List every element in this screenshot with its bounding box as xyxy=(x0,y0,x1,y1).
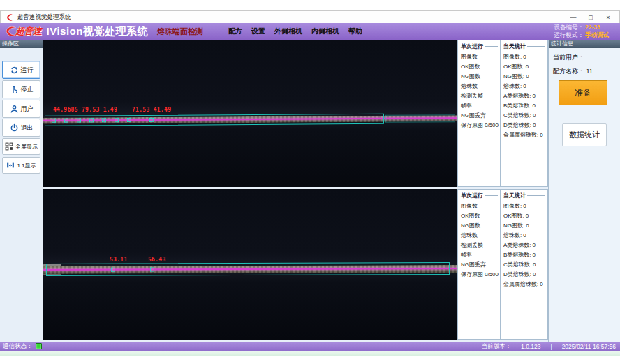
stat-row: B类熔珠数:0 xyxy=(503,250,547,260)
status-bar: 通信状态： 当前版本： 1.0.123 | 2025/02/11 16:57:5… xyxy=(0,342,620,351)
user-button[interactable]: 用户 xyxy=(2,100,40,118)
comm-status-led xyxy=(36,343,42,349)
stat-row: A类熔珠数:0 xyxy=(503,91,547,101)
stat-row: 熔珠数 xyxy=(461,82,500,91)
menu-item[interactable]: 配方 xyxy=(228,26,242,36)
stat-row: 帧率 xyxy=(461,101,500,111)
stat-label: 熔珠数: xyxy=(503,232,522,238)
stat-label: 图像数 xyxy=(461,54,478,60)
current-user-label: 当前用户： xyxy=(553,54,584,61)
stat-row: 保存原图0/500 xyxy=(461,121,500,130)
stat-label: D类熔珠数: xyxy=(503,122,531,128)
stat-row: 图像数:0 xyxy=(503,52,547,62)
stat-value: 0 xyxy=(533,261,536,268)
user-icon xyxy=(10,105,19,114)
statistics-info-panel: 统计信息 当前用户： 配方名称： 11 准备 数据统计 xyxy=(548,40,620,342)
stat-label: 熔珠数: xyxy=(503,83,522,89)
bottom-strip xyxy=(0,351,620,356)
window-titlebar: 超音速视觉处理系统 — □ × xyxy=(0,10,620,23)
stat-row: NG图丢弃 xyxy=(461,111,500,121)
menu-item[interactable]: 帮助 xyxy=(348,26,362,36)
stat-row: 图像数 xyxy=(461,202,500,211)
group-title: 当天统计 xyxy=(503,43,547,50)
run-mode-label: 运行模式： xyxy=(554,31,584,39)
stats-group-single-run: 单次运行 图像数 OK图数 NG xyxy=(458,40,501,186)
menu-item[interactable]: 外侧相机 xyxy=(274,26,302,36)
app-header: 超音速 IVision视觉处理系统 熔珠端面检测 配方 设置 外侧相机 内侧相机… xyxy=(0,23,620,40)
stat-label: C类熔珠数: xyxy=(503,261,531,268)
version-label: 当前版本： xyxy=(482,342,512,351)
bead-marker xyxy=(64,119,68,123)
camera-viewport-inner[interactable]: 53.11 56.43 xyxy=(43,189,457,340)
stat-row: 金属屑熔珠数:0 xyxy=(503,130,547,140)
bead-marker xyxy=(102,118,106,122)
stat-value: 0 xyxy=(533,112,536,119)
main-area: 操作区 运行 停止 xyxy=(0,40,620,342)
fullscreen-grid-icon xyxy=(5,142,13,151)
brand-name: 超音速 xyxy=(15,25,42,38)
stats-group-single-run: 单次运行 图像数 OK图数 NG xyxy=(458,190,501,339)
stat-value: 0 xyxy=(526,73,529,79)
stat-value: 0 xyxy=(526,222,529,229)
stat-value: 0 xyxy=(533,242,536,248)
stop-button[interactable]: 停止 xyxy=(2,80,40,98)
app-title: IVision视觉处理系统 xyxy=(47,25,148,38)
bead-marker xyxy=(111,268,115,272)
stat-label: 金属屑熔珠数: xyxy=(503,132,538,138)
stat-label: B类熔珠数: xyxy=(503,103,531,109)
exit-button[interactable]: 退出 xyxy=(2,119,40,137)
stat-row: NG图数 xyxy=(461,72,500,82)
roi-rectangle xyxy=(45,114,384,126)
stat-row: NG图数 xyxy=(461,221,500,231)
stats-row-outer-camera: 单次运行 图像数 OK图数 NG xyxy=(457,40,548,187)
stat-value: 0 xyxy=(523,54,526,60)
data-statistics-button[interactable]: 数据统计 xyxy=(562,123,607,146)
run-cycle-icon xyxy=(10,66,19,75)
close-button[interactable]: × xyxy=(603,13,614,22)
stat-value: 0 xyxy=(533,252,536,258)
stat-row: A类熔珠数:0 xyxy=(503,241,547,250)
fullscreen-button[interactable]: 全屏显示 xyxy=(2,138,40,155)
stat-list: 图像数:0 OK图数:0 NG图数:0 熔珠数 xyxy=(503,202,547,289)
one-to-one-button[interactable]: 1:1显示 xyxy=(2,157,40,174)
stat-label: NG图数 xyxy=(461,222,480,229)
strip-image xyxy=(43,259,457,281)
brand-logo: 超音速 xyxy=(3,25,42,38)
maximize-button[interactable]: □ xyxy=(585,13,596,22)
stats-group-today: 当天统计 图像数:0 OK图数:0 xyxy=(501,40,547,186)
minimize-button[interactable]: — xyxy=(568,13,579,22)
run-button[interactable]: 运行 xyxy=(2,61,40,79)
stat-label: 金属屑熔珠数: xyxy=(503,281,538,287)
measurement-annotation: 71.53 41.49 xyxy=(132,107,171,113)
recipe-name-label: 配方名称： xyxy=(553,68,584,75)
bead-marker xyxy=(89,118,94,122)
stat-row: 熔珠数:0 xyxy=(503,82,547,91)
menu-item[interactable]: 内侧相机 xyxy=(311,26,339,36)
stat-label: A类熔珠数: xyxy=(503,242,531,248)
fullscreen-button-label: 全屏显示 xyxy=(15,143,38,151)
window-title: 超音速视觉处理系统 xyxy=(17,13,71,22)
roi-rectangle xyxy=(46,262,450,276)
group-title: 当天统计 xyxy=(503,192,547,199)
stat-list: 图像数 OK图数 NG图数 熔珠数 xyxy=(461,52,500,130)
stat-label: 熔珠数 xyxy=(461,83,478,89)
stat-row: 检测丢帧 xyxy=(461,241,500,250)
stat-row: OK图数:0 xyxy=(503,62,547,72)
stat-row: 熔珠数:0 xyxy=(503,231,547,241)
measurement-annotation: 44.9685 79.53 1.49 xyxy=(53,107,117,113)
sidebar-title: 操作区 xyxy=(0,40,43,48)
stat-row: 熔珠数 xyxy=(461,231,500,241)
app-subtitle: 熔珠端面检测 xyxy=(157,26,203,37)
menu-item[interactable]: 设置 xyxy=(251,26,265,36)
stat-label: C类熔珠数: xyxy=(503,112,531,119)
camera-viewport-outer[interactable]: 44.9685 79.53 1.49 71.53 41.49 xyxy=(43,40,457,187)
prepare-button[interactable]: 准备 xyxy=(559,80,607,105)
run-button-label: 运行 xyxy=(21,66,34,75)
stat-label: NG图数 xyxy=(461,73,480,79)
version-value: 1.0.123 xyxy=(521,343,540,350)
stat-label: NG图数: xyxy=(503,222,524,229)
stat-row: NG图数:0 xyxy=(503,72,547,82)
app-logo-icon xyxy=(6,13,14,22)
stat-label: OK图数 xyxy=(461,63,480,70)
window-controls: — □ × xyxy=(568,13,614,22)
